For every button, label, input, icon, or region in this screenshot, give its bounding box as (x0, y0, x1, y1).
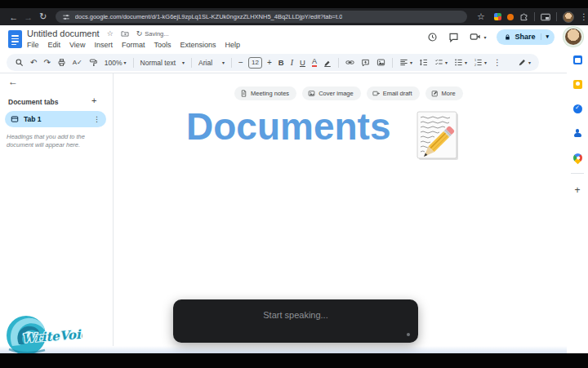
numbered-list-icon (474, 58, 483, 67)
line-spacing-icon[interactable] (419, 58, 428, 67)
decrease-font-size-button[interactable]: − (238, 59, 243, 67)
toolbar-strip: ↶ ↷ A✓ 100%▾ Normal text▾ Arial▾ − 12 + … (0, 52, 588, 73)
extension-icon[interactable] (507, 14, 514, 20)
bottom-letterbox-bar (0, 353, 588, 368)
viewport-bottom-fade (0, 346, 588, 353)
menu-file[interactable]: File (27, 41, 39, 49)
menu-tools[interactable]: Tools (154, 41, 171, 49)
browser-profile-avatar[interactable] (563, 11, 574, 23)
paragraph-style-select[interactable]: Normal text▾ (140, 59, 185, 67)
voice-input-overlay: Start speaking... (173, 299, 418, 343)
menu-extensions[interactable]: Extensions (180, 41, 216, 49)
screen: ← → ↻ docs.google.com/document/d/1-kG6ej… (0, 0, 588, 368)
meet-button[interactable]: ▾ (470, 31, 486, 42)
spell-check-icon[interactable]: A✓ (73, 59, 82, 66)
paint-format-icon[interactable] (89, 58, 98, 67)
undo-icon[interactable]: ↶ (30, 59, 37, 67)
writevoice-logo: WriteVoice (4, 312, 82, 357)
star-document-icon[interactable]: ☆ (107, 29, 114, 38)
compose-icon (431, 90, 439, 97)
template-chips: Meeting notes Cover image Email draft Mo… (234, 86, 463, 100)
browser-menu-icon[interactable]: ⋮ (580, 12, 588, 21)
pencil-note-image[interactable] (414, 111, 461, 162)
menu-view[interactable]: View (69, 41, 85, 49)
font-size-input[interactable]: 12 (248, 57, 262, 69)
get-addons-button[interactable]: + (574, 184, 580, 196)
bulleted-list-icon (454, 58, 463, 67)
site-settings-icon[interactable] (62, 13, 70, 21)
redo-icon[interactable]: ↷ (43, 59, 50, 67)
align-select[interactable]: ▾ (399, 58, 412, 67)
tab-options-icon[interactable]: ⋮ (93, 115, 100, 123)
font-family-select[interactable]: Arial▾ (198, 59, 225, 67)
formatting-toolbar: ↶ ↷ A✓ 100%▾ Normal text▾ Arial▾ − 12 + … (7, 54, 539, 71)
insert-image-icon[interactable] (376, 58, 385, 67)
top-letterbox-bar (0, 0, 588, 8)
text-color-button[interactable]: A (312, 58, 317, 67)
chip-meeting-notes[interactable]: Meeting notes (234, 86, 296, 100)
divider (534, 12, 535, 21)
underline-button[interactable]: U (300, 58, 305, 67)
document-heading-text[interactable]: Documents (186, 104, 390, 149)
chip-cover-image[interactable]: Cover image (302, 86, 361, 100)
browser-toolbar: ← → ↻ docs.google.com/document/d/1-kG6ej… (0, 8, 588, 25)
recording-dot (407, 333, 410, 336)
editing-mode-select[interactable]: ▾ (518, 58, 531, 67)
search-menus-icon[interactable] (15, 58, 24, 67)
more-options-icon[interactable]: ⋮ (493, 59, 501, 67)
calendar-icon[interactable] (573, 55, 582, 64)
share-dropdown[interactable]: ▾ (541, 33, 555, 40)
document-title[interactable]: Untitled document (27, 29, 100, 38)
voice-prompt-text: Start speaking... (173, 310, 418, 320)
add-tab-button[interactable]: + (91, 95, 96, 105)
highlight-color-icon[interactable] (323, 59, 332, 67)
browser-forward-button[interactable]: → (21, 12, 36, 22)
print-icon[interactable] (57, 58, 66, 67)
zoom-select[interactable]: 100%▾ (105, 59, 127, 67)
google-docs-logo-icon[interactable] (8, 30, 22, 48)
insert-link-icon[interactable] (345, 58, 354, 67)
tab-item[interactable]: Tab 1 ⋮ (5, 111, 106, 127)
menu-bar: File Edit View Insert Format Tools Exten… (27, 41, 240, 49)
numbered-list-select[interactable]: ▾ (474, 58, 487, 67)
align-left-icon (399, 58, 408, 67)
comments-icon[interactable] (448, 32, 459, 42)
extension-icon[interactable] (494, 13, 501, 20)
account-avatar[interactable] (565, 29, 581, 45)
add-comment-icon[interactable] (361, 58, 370, 67)
share-button[interactable]: Share ▾ (497, 29, 555, 45)
share-label: Share (514, 33, 535, 41)
contacts-icon[interactable] (573, 129, 582, 138)
browser-reload-button[interactable]: ↻ (36, 11, 51, 22)
image-icon (308, 90, 315, 97)
keep-icon[interactable] (573, 80, 582, 89)
saving-status: Saving... (145, 30, 168, 38)
bold-button[interactable]: B (278, 58, 284, 67)
browser-address-bar[interactable]: docs.google.com/document/d/1-kG6ejL9zpLq… (56, 11, 467, 23)
menu-format[interactable]: Format (122, 41, 145, 49)
page-url[interactable]: docs.google.com/document/d/1-kG6ejL9zpLq… (75, 13, 342, 20)
version-history-icon[interactable] (427, 32, 438, 42)
saving-sync-icon: ↻ (136, 29, 143, 38)
move-to-folder-icon[interactable] (121, 29, 129, 38)
browser-back-button[interactable]: ← (7, 12, 21, 22)
tasks-icon[interactable] (573, 104, 582, 113)
extensions-puzzle-icon[interactable] (519, 12, 528, 21)
lock-icon (504, 33, 511, 41)
menu-help[interactable]: Help (225, 41, 240, 49)
bulleted-list-select[interactable]: ▾ (454, 58, 467, 67)
docs-header: Untitled document ☆ ↻ Saving... File Edi… (0, 25, 588, 52)
checklist-select[interactable]: ▾ (434, 58, 448, 67)
chevron-down-icon: ▾ (483, 34, 486, 40)
menu-edit[interactable]: Edit (48, 41, 61, 49)
headings-hint: Headings that you add to the document wi… (7, 133, 106, 149)
close-sidebar-icon[interactable]: ← (8, 76, 18, 87)
chip-email-draft[interactable]: Email draft (367, 86, 420, 100)
chip-more[interactable]: More (425, 86, 463, 100)
maps-icon[interactable] (571, 152, 584, 165)
menu-insert[interactable]: Insert (94, 41, 113, 49)
tab-share-icon[interactable] (541, 12, 550, 22)
bookmark-star-icon[interactable]: ☆ (474, 11, 488, 22)
italic-button[interactable]: I (291, 58, 293, 67)
increase-font-size-button[interactable]: + (267, 59, 272, 67)
